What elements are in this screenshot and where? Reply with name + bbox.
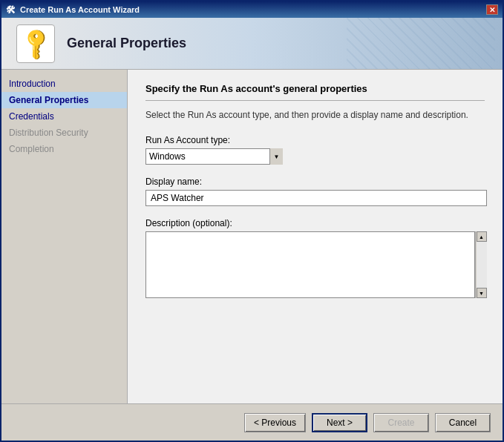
sidebar-item-introduction[interactable]: Introduction bbox=[1, 76, 127, 92]
wizard-icon: 🛠 bbox=[6, 4, 16, 16]
display-name-group: Display name: bbox=[145, 177, 485, 206]
sidebar-item-credentials[interactable]: Credentials bbox=[1, 108, 127, 125]
run-as-account-type-select[interactable]: Windows Basic Authentication Digest Auth… bbox=[145, 148, 283, 165]
section-description: Select the Run As account type, and then… bbox=[145, 110, 485, 120]
description-wrapper: ▲ ▼ bbox=[145, 231, 487, 298]
header-icon-area: 🔑 bbox=[16, 24, 55, 63]
description-scrollbar: ▲ ▼ bbox=[475, 231, 487, 298]
header-banner: 🔑 General Properties bbox=[1, 18, 503, 70]
previous-button[interactable]: < Previous bbox=[244, 413, 306, 432]
run-as-account-type-group: Run As Account type: Windows Basic Authe… bbox=[145, 135, 485, 165]
description-label: Description (optional): bbox=[145, 218, 485, 228]
sidebar-item-general-properties[interactable]: General Properties bbox=[1, 92, 127, 108]
description-textarea[interactable] bbox=[145, 231, 475, 298]
section-divider bbox=[145, 100, 485, 101]
window-title: Create Run As Account Wizard bbox=[20, 5, 140, 14]
close-button[interactable]: ✕ bbox=[486, 4, 498, 15]
cancel-button[interactable]: Cancel bbox=[435, 413, 491, 432]
sidebar-item-completion: Completion bbox=[1, 141, 127, 157]
create-button[interactable]: Create bbox=[373, 413, 429, 432]
header-pattern bbox=[347, 18, 495, 69]
display-name-label: Display name: bbox=[145, 177, 485, 187]
run-as-account-type-label: Run As Account type: bbox=[145, 135, 485, 145]
scrollbar-down-button[interactable]: ▼ bbox=[477, 288, 487, 298]
sidebar: Introduction General Properties Credenti… bbox=[1, 70, 128, 403]
main-content: Specify the Run As account's general pro… bbox=[128, 70, 503, 403]
run-as-account-type-wrapper: Windows Basic Authentication Digest Auth… bbox=[145, 148, 283, 165]
header-title: General Properties bbox=[67, 36, 186, 51]
section-title: Specify the Run As account's general pro… bbox=[145, 83, 485, 94]
key-icon: 🔑 bbox=[17, 24, 55, 62]
display-name-input[interactable] bbox=[145, 190, 487, 206]
sidebar-item-distribution-security: Distribution Security bbox=[1, 125, 127, 141]
content-area: Introduction General Properties Credenti… bbox=[1, 70, 503, 403]
scrollbar-track bbox=[477, 242, 487, 288]
wizard-window: 🛠 Create Run As Account Wizard ✕ 🔑 Gener… bbox=[0, 0, 504, 442]
title-bar-text: 🛠 Create Run As Account Wizard bbox=[6, 4, 140, 16]
next-button[interactable]: Next > bbox=[312, 413, 367, 432]
scrollbar-up-button[interactable]: ▲ bbox=[477, 231, 487, 242]
footer: < Previous Next > Create Cancel bbox=[1, 403, 503, 441]
description-group: Description (optional): ▲ ▼ bbox=[145, 218, 485, 298]
title-bar: 🛠 Create Run As Account Wizard ✕ bbox=[1, 1, 503, 18]
